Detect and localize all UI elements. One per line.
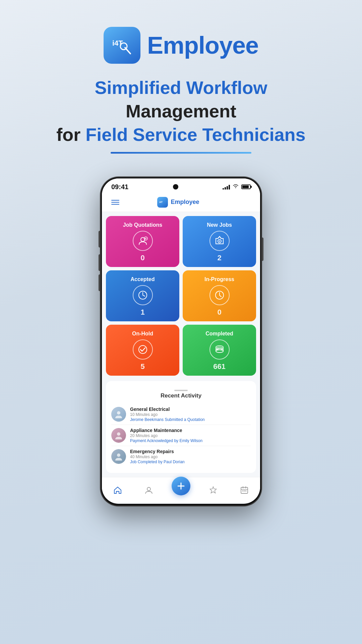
card-in-progress[interactable]: In-Progress 0	[183, 270, 256, 321]
app-logo-large: i4T	[104, 27, 140, 64]
hamburger-menu[interactable]	[111, 200, 119, 205]
card-on-hold[interactable]: On-Hold 5	[106, 325, 179, 376]
card-on-hold-title: On-Hold	[132, 331, 153, 337]
tagline-highlight1: Simplified Workflow	[95, 77, 267, 98]
tagline-underline	[111, 152, 251, 154]
nav-favorites[interactable]	[205, 484, 222, 496]
avatar-1	[111, 407, 126, 422]
card-in-progress-count: 0	[217, 308, 221, 317]
bottom-nav	[102, 477, 260, 502]
card-new-jobs-count: 2	[217, 254, 221, 262]
phone-frame: 09:41	[101, 177, 261, 506]
card-in-progress-title: In-Progress	[204, 276, 234, 282]
svg-rect-26	[242, 490, 243, 491]
card-job-quotations-count: 0	[140, 254, 144, 262]
nav-brand: i4T Employee	[157, 197, 199, 208]
wifi-icon	[233, 184, 239, 190]
svg-point-19	[147, 487, 150, 491]
card-completed-icon	[209, 339, 230, 360]
activity-content-3: Emergency Repairs 40 Minutes ago Job Com…	[130, 449, 251, 464]
avatar-3	[111, 449, 126, 464]
activity-time-1: 10 Minutes ago	[130, 412, 251, 417]
battery-icon	[241, 184, 251, 189]
card-accepted[interactable]: Accepted 1	[106, 270, 179, 321]
dashboard-grid: Job Quotations 0 New Jobs	[102, 212, 260, 380]
nav-calendar[interactable]	[236, 484, 253, 496]
card-new-jobs-title: New Jobs	[207, 222, 232, 228]
avatar-2	[111, 428, 126, 443]
card-on-hold-count: 5	[140, 362, 144, 371]
nav-profile[interactable]	[140, 484, 157, 496]
card-completed-count: 661	[213, 362, 226, 371]
recent-activity-title: Recent Activity	[111, 392, 251, 399]
activity-name-3: Emergency Repairs	[130, 449, 251, 454]
card-accepted-title: Accepted	[130, 276, 155, 282]
fab-add-button[interactable]	[172, 477, 190, 495]
card-job-quotations[interactable]: Job Quotations 0	[106, 216, 179, 267]
tagline-highlight2: Field Service Technicians	[85, 124, 305, 145]
tagline-line1: Simplified Workflow Management	[47, 76, 315, 123]
home-icon	[113, 486, 122, 494]
activity-action-1: Jerome Beekmans Submitted a Quotation	[130, 417, 251, 422]
svg-rect-28	[245, 490, 246, 491]
status-time: 09:41	[111, 183, 128, 191]
tagline-line2: for Field Service Technicians	[47, 123, 315, 146]
nav-logo: i4T	[157, 197, 168, 208]
activity-action-2: Payment Acknowledged by Emily Wilson	[130, 438, 251, 443]
tagline-for: for	[56, 124, 85, 145]
activity-content-1: General Electrical 10 Minutes ago Jerome…	[130, 407, 251, 422]
tagline: Simplified Workflow Management for Field…	[47, 76, 315, 154]
activity-content-2: Appliance Maintenance 20 Minutes ago Pay…	[130, 428, 251, 443]
brand-name: Employee	[147, 32, 258, 59]
activity-time-3: 40 Minutes ago	[130, 454, 251, 459]
card-completed-title: Completed	[205, 331, 233, 337]
card-new-jobs[interactable]: New Jobs 2	[183, 216, 256, 267]
front-camera	[173, 184, 178, 190]
svg-text:i4T: i4T	[159, 201, 163, 203]
svg-point-16	[117, 411, 120, 415]
activity-item-1[interactable]: General Electrical 10 Minutes ago Jerome…	[111, 404, 251, 425]
card-on-hold-icon	[133, 339, 153, 360]
signal-icon	[223, 184, 230, 190]
activity-item-2[interactable]: Appliance Maintenance 20 Minutes ago Pay…	[111, 425, 251, 446]
card-job-quotations-icon	[133, 231, 153, 251]
tagline-normal1: Management	[126, 101, 236, 121]
card-job-quotations-title: Job Quotations	[123, 222, 162, 228]
activity-name-2: Appliance Maintenance	[130, 428, 251, 433]
activity-time-2: 20 Minutes ago	[130, 433, 251, 438]
svg-point-18	[117, 453, 120, 457]
activity-name-1: General Electrical	[130, 407, 251, 412]
page-header: i4T Employee Simplified Workflow Managem…	[47, 0, 315, 167]
star-icon	[209, 486, 218, 494]
card-new-jobs-icon	[209, 231, 230, 251]
profile-icon	[144, 486, 153, 494]
phone-screen: 09:41	[102, 178, 260, 504]
svg-point-17	[117, 432, 120, 436]
svg-point-14	[216, 350, 223, 353]
activity-item-3[interactable]: Emergency Repairs 40 Minutes ago Job Com…	[111, 446, 251, 467]
svg-point-13	[139, 345, 147, 354]
recent-activity-section: Recent Activity General Electrical	[106, 381, 256, 473]
plus-icon	[176, 481, 186, 491]
card-accepted-icon	[133, 285, 153, 305]
card-accepted-count: 1	[140, 308, 144, 317]
nav-title: Employee	[171, 199, 199, 206]
card-in-progress-icon	[209, 285, 230, 305]
phone-mockup: 09:41	[101, 177, 261, 506]
activity-action-3: Job Completed by Paul Dorian	[130, 460, 251, 464]
app-navbar: i4T Employee	[102, 194, 260, 212]
brand-row: i4T Employee	[104, 27, 258, 64]
status-bar: 09:41	[102, 178, 260, 194]
status-icons	[223, 184, 251, 190]
calendar-icon	[240, 486, 249, 494]
svg-text:i4T: i4T	[112, 39, 123, 47]
svg-rect-27	[244, 490, 245, 491]
card-completed[interactable]: Completed 661	[183, 325, 256, 376]
pull-indicator	[174, 390, 188, 391]
nav-home[interactable]	[109, 484, 126, 496]
